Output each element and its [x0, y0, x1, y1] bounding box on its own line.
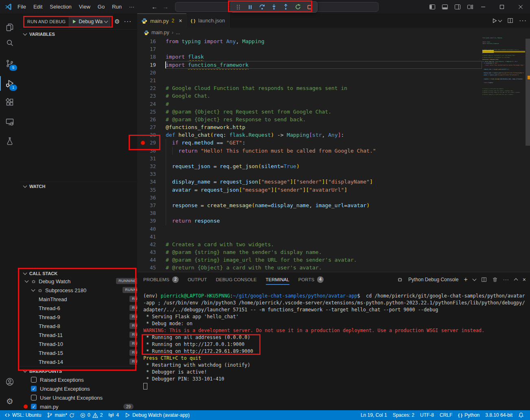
menu-item-[interactable]: ···	[125, 2, 138, 12]
settings-gear-icon[interactable]: ⚙	[0, 394, 20, 409]
code-line-29[interactable]: 29 if req.method == "GET":	[137, 139, 530, 147]
code-line-18[interactable]: 18import flask	[137, 53, 530, 61]
breadcrumb-file[interactable]: main.py	[151, 30, 169, 35]
close-panel-icon[interactable]: ×	[523, 276, 526, 283]
code-line-32[interactable]: 32 request_json = req.get_json(silent=Tr…	[137, 162, 530, 170]
terminal-instance-label[interactable]: Python Debug Console	[408, 277, 458, 282]
code-line-30[interactable]: 30 return "Hello! This function must be …	[137, 147, 530, 155]
tab-main-py[interactable]: main.py 2 ×	[137, 13, 186, 28]
close-button[interactable]	[511, 0, 530, 13]
code-line-40[interactable]: 40	[137, 225, 530, 233]
breakpoint-row[interactable]: Raised Exceptions	[20, 375, 137, 384]
kill-terminal-icon[interactable]	[492, 277, 498, 282]
panel-tab-debug-console[interactable]: DEBUG CONSOLE	[216, 272, 256, 287]
call-stack-row[interactable]: Thread-11RUNNING	[20, 330, 156, 339]
code-line-33[interactable]: 33	[137, 170, 530, 178]
git-branch-status[interactable]: main*	[44, 410, 77, 420]
sidebar-item-source-control[interactable]: 5	[0, 56, 20, 71]
code-line-26[interactable]: 26# @param {Object} res Response to send…	[137, 116, 530, 123]
sidebar-item-extensions[interactable]	[0, 95, 20, 110]
call-stack-row[interactable]: Thread-15RUNNING	[20, 348, 156, 357]
scrollbar-thumb[interactable]	[526, 39, 530, 146]
python-interpreter[interactable]: 3.8.10 64-bit	[482, 410, 515, 420]
call-stack-row[interactable]: Debug WatchRUNNING	[20, 277, 143, 286]
code-line-22[interactable]: 22# Google Cloud Function that responds …	[137, 84, 530, 92]
run-python-file-button[interactable]	[492, 18, 502, 24]
code-line-17[interactable]: 17	[137, 45, 530, 53]
accounts-icon[interactable]	[0, 374, 20, 389]
breakpoint-row[interactable]: ✓main.py29	[20, 402, 137, 411]
panel-tab-ports[interactable]: PORTS4	[298, 272, 324, 287]
call-stack-row[interactable]: Subprocess 2180RUNNING	[20, 286, 149, 295]
code-line-21[interactable]: 21	[137, 77, 530, 84]
more-actions-icon[interactable]: ···	[519, 17, 527, 24]
code-line-20[interactable]: 20	[137, 69, 530, 77]
checkbox[interactable]	[31, 377, 37, 383]
code-line-27[interactable]: 27@functions_framework.http	[137, 123, 530, 131]
code-line-35[interactable]: 35 avatar = request_json["message"]["sen…	[137, 186, 530, 194]
panel-tab-output[interactable]: OUTPUT	[188, 272, 207, 287]
menu-item-edit[interactable]: Edit	[30, 2, 46, 12]
code-line-39[interactable]: 39 return response	[137, 217, 530, 225]
breadcrumb-symbol[interactable]: ...	[176, 30, 180, 35]
editor-scrollbar[interactable]	[526, 37, 530, 272]
notifications-bell-icon[interactable]	[515, 410, 527, 420]
step-over-icon[interactable]	[258, 3, 266, 11]
problems-status[interactable]: 0 2	[77, 410, 105, 420]
code-area[interactable]: 16from typing import Any, Mapping1718imp…	[137, 37, 530, 272]
menu-item-selection[interactable]: Selection	[46, 2, 75, 12]
section-watch[interactable]: WATCH	[20, 182, 137, 190]
toggle-panel-icon[interactable]	[442, 4, 448, 10]
indentation[interactable]: Spaces: 2	[390, 410, 417, 420]
step-out-icon[interactable]	[282, 3, 290, 11]
encoding[interactable]: UTF-8	[417, 410, 437, 420]
terminal-output[interactable]: (env) pierrick@LAPTOP-HKU5PNNG:~/git/goo…	[143, 293, 528, 409]
close-tab-icon[interactable]: ×	[179, 18, 182, 24]
checkbox[interactable]	[31, 395, 37, 400]
code-line-41[interactable]: 41	[137, 233, 530, 241]
section-call-stack[interactable]: CALL STACK	[20, 269, 137, 278]
code-line-16[interactable]: 16from typing import Any, Mapping	[137, 37, 530, 45]
code-line-24[interactable]: 24#	[137, 100, 530, 108]
stop-icon[interactable]	[306, 3, 314, 11]
back-icon[interactable]: ←	[151, 3, 158, 10]
minimap[interactable]: from typing import Any, Mappingimport fl…	[482, 37, 525, 272]
code-line-38[interactable]: 38	[137, 209, 530, 217]
cursor-position[interactable]: Ln 19, Col 1	[358, 410, 390, 420]
code-line-23[interactable]: 23# Google Chat.	[137, 92, 530, 100]
pause-icon[interactable]	[246, 3, 254, 11]
maximize-button[interactable]	[493, 0, 511, 13]
menu-item-run[interactable]: Run	[108, 2, 125, 12]
checkbox[interactable]: ✓	[31, 386, 37, 392]
launch-config-dropdown[interactable]: Debug Wa	[69, 16, 110, 27]
code-line-44[interactable]: 44# @param {string} image_url the URL fo…	[137, 256, 530, 264]
panel-tab-terminal[interactable]: TERMINAL	[266, 272, 289, 287]
menu-item-file[interactable]: File	[14, 2, 30, 12]
toggle-sidebar-icon[interactable]	[429, 4, 436, 10]
code-line-45[interactable]: 45# @return {Object} a card with the use…	[137, 264, 530, 271]
restart-icon[interactable]	[294, 3, 302, 11]
sidebar-item-testing[interactable]	[0, 133, 20, 149]
code-line-36[interactable]: 36	[137, 194, 530, 201]
checkbox[interactable]: ✓	[31, 404, 37, 409]
breakpoint-row[interactable]: User Uncaught Exceptions	[20, 393, 137, 402]
debug-settings-gear-icon[interactable]: ⚙	[114, 18, 120, 25]
code-line-25[interactable]: 25# @param {Object} req Request sent fro…	[137, 108, 530, 116]
section-breakpoints[interactable]: BREAKPOINTS	[20, 366, 137, 375]
call-stack-row[interactable]: Thread-9RUNNING	[20, 313, 156, 322]
panel-tab-problems[interactable]: PROBLEMS2	[143, 272, 179, 287]
call-stack-row[interactable]: Thread-10RUNNING	[20, 339, 156, 348]
tab-launch-json[interactable]: { } launch.json	[186, 13, 229, 28]
sidebar-item-run-debug[interactable]: 1	[0, 76, 20, 91]
debug-session-status[interactable]: Debug Watch (avatar-app)	[122, 410, 193, 420]
call-stack-row[interactable]: Thread-6RUNNING	[20, 304, 156, 313]
code-line-34[interactable]: 34 display_name = request_json["message"…	[137, 178, 530, 186]
code-line-43[interactable]: 43# @param {string} name the sender's di…	[137, 248, 530, 256]
views-more-actions-icon[interactable]: ···	[124, 18, 131, 25]
code-line-28[interactable]: 28def hello_chat(req: flask.Request) -> …	[137, 131, 530, 139]
customize-layout-icon[interactable]	[467, 4, 473, 10]
split-editor-icon[interactable]	[507, 18, 513, 24]
breadcrumb[interactable]: main.py › ...	[137, 28, 530, 37]
toggle-secondary-sidebar-icon[interactable]	[454, 4, 461, 10]
split-terminal-icon[interactable]	[481, 277, 487, 282]
